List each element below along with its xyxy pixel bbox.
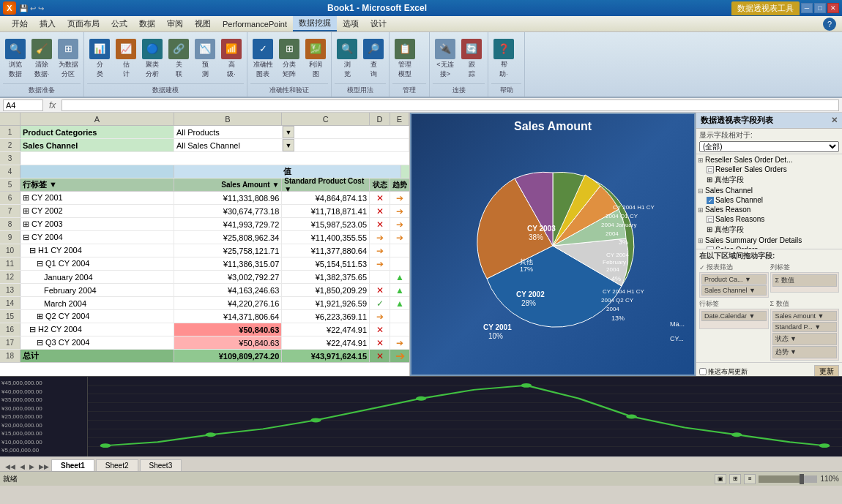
cell-b5[interactable]: Sales Amount ▼ bbox=[174, 178, 283, 191]
row-area[interactable]: Date.Calendar ▼ bbox=[699, 309, 769, 329]
no-connect-button[interactable]: 🔌 <无连接> bbox=[433, 37, 458, 80]
cell-b12[interactable]: ¥3,002,792.27 bbox=[174, 271, 283, 283]
cell-b6[interactable]: ¥11,331,808.96 bbox=[174, 192, 283, 204]
field-item3[interactable]: ⊟ Sales Channel bbox=[698, 186, 841, 195]
view-layout-btn[interactable]: ⊞ bbox=[729, 474, 741, 484]
partition-data-button[interactable]: ⊞ 为数据分区 bbox=[56, 37, 81, 80]
accuracy-chart-button[interactable]: ✓ 准确性图表 bbox=[250, 37, 275, 80]
field-item4[interactable]: ⊞ Sales Reason bbox=[698, 205, 841, 214]
cell-c8[interactable]: ¥15,987,523.05 bbox=[282, 218, 370, 230]
col-E[interactable]: E bbox=[390, 113, 409, 125]
menu-item-formula[interactable]: 公式 bbox=[105, 17, 133, 31]
cell-b11[interactable]: ¥11,386,315.07 bbox=[174, 257, 283, 270]
cell-a10[interactable]: ⊟ H1 CY 2004 bbox=[21, 244, 174, 257]
cell-b8[interactable]: ¥41,993,729.72 bbox=[174, 218, 283, 230]
menu-item-options[interactable]: 选项 bbox=[337, 17, 365, 31]
cell-a4[interactable] bbox=[21, 165, 174, 178]
update-button[interactable]: 更新 bbox=[814, 365, 839, 376]
help-icon[interactable]: ? bbox=[823, 18, 836, 31]
cell-a1[interactable]: Product Categories bbox=[21, 126, 174, 138]
tab-nav-right[interactable]: ▶▶ bbox=[37, 462, 51, 471]
view-page-btn[interactable]: ≡ bbox=[744, 474, 756, 484]
sheet-tab-1[interactable]: Sheet1 bbox=[51, 459, 94, 471]
val-tag-sales[interactable]: Sales Amount ▼ bbox=[772, 311, 838, 321]
cell-a7[interactable]: ⊞ CY 2002 bbox=[21, 205, 174, 217]
cell-b4[interactable]: 值 bbox=[174, 165, 401, 178]
name-box[interactable]: A4 bbox=[3, 99, 43, 111]
view-normal-btn[interactable]: ▣ bbox=[715, 474, 726, 484]
cell-b2-btn[interactable]: ▼ bbox=[283, 139, 294, 151]
trace-button[interactable]: 🔄 跟踪 bbox=[459, 37, 484, 80]
cluster-button[interactable]: 🔵 聚类分析 bbox=[140, 37, 165, 80]
column-area[interactable]: Σ 数值 bbox=[770, 272, 840, 293]
cell-c11[interactable]: ¥5,154,511.53 bbox=[282, 257, 370, 270]
cell-c12[interactable]: ¥1,382,375.65 bbox=[282, 271, 370, 283]
cell-b17[interactable]: ¥50,840.63 bbox=[174, 336, 283, 349]
cell-a15[interactable]: ⊞ Q2 CY 2004 bbox=[21, 310, 174, 323]
menu-item-layout[interactable]: 页面布局 bbox=[62, 17, 105, 31]
cell-b14[interactable]: ¥4,220,276.16 bbox=[174, 297, 283, 309]
cell-b9[interactable]: ¥25,808,962.34 bbox=[174, 231, 283, 244]
menu-item-mining[interactable]: 数据挖掘 bbox=[293, 16, 337, 31]
cell-a14[interactable]: March 2004 bbox=[21, 297, 174, 309]
cell-a2[interactable]: Sales Channel bbox=[21, 139, 174, 151]
cell-a11[interactable]: ⊟ Q1 CY 2004 bbox=[21, 257, 174, 270]
estimate-button[interactable]: 📈 估计 bbox=[113, 37, 138, 80]
cell-c9[interactable]: ¥11,400,355.55 bbox=[282, 231, 370, 244]
col-tag-value[interactable]: Σ 数值 bbox=[772, 274, 838, 287]
cell-c5[interactable]: Standard Product Cost ▼ bbox=[282, 178, 370, 191]
browse-model-button[interactable]: 🔍 浏览 bbox=[335, 37, 359, 80]
minimize-btn[interactable]: ─ bbox=[801, 3, 813, 13]
filter-tag-sales-channel[interactable]: Sales Channel ▼ bbox=[701, 285, 767, 296]
cell-c6[interactable]: ¥4,864,874.13 bbox=[282, 192, 370, 204]
cell-b10[interactable]: ¥25,758,121.71 bbox=[174, 244, 283, 257]
field-item6[interactable]: ⊞ Sales Summary Order Details bbox=[698, 236, 841, 245]
help-button[interactable]: ❓ 帮助· bbox=[491, 37, 516, 80]
tab-nav-next[interactable]: ▶ bbox=[27, 462, 37, 471]
field-subitem[interactable]: □ Reseller Sales Orders bbox=[698, 165, 841, 174]
cell-b15[interactable]: ¥14,371,806.64 bbox=[174, 310, 283, 323]
field-item[interactable]: ⊞ Reseller Sales Order Det... bbox=[698, 155, 841, 165]
menu-item-start[interactable]: 开始 bbox=[6, 17, 34, 31]
val-tag-status[interactable]: 状态 ▼ bbox=[772, 333, 838, 345]
cell-b1[interactable]: All Products bbox=[174, 126, 283, 138]
advanced-button[interactable]: 📶 高级· bbox=[219, 37, 244, 80]
predict-button[interactable]: 📉 预测 bbox=[193, 37, 217, 80]
classify-matrix-button[interactable]: ⊞ 分类矩阵 bbox=[277, 37, 302, 80]
cell-a13[interactable]: February 2004 bbox=[21, 284, 174, 296]
cell-c10[interactable]: ¥11,377,880.64 bbox=[282, 244, 370, 257]
menu-item-pp[interactable]: PerformancePoint bbox=[217, 18, 293, 30]
val-tag-std[interactable]: Standard P... ▼ bbox=[772, 322, 838, 332]
show-fields-select[interactable]: (全部) bbox=[699, 141, 839, 152]
tab-nav-prev[interactable]: ◀ bbox=[18, 462, 27, 471]
manage-model-button[interactable]: 📋 管理模型 bbox=[392, 37, 417, 80]
cell-c14[interactable]: ¥1,921,926.59 bbox=[282, 297, 370, 309]
values-area[interactable]: Sales Amount ▼ Standard P... ▼ 状态 ▼ 趋势 ▼ bbox=[770, 309, 840, 361]
cell-d5[interactable]: 状态 bbox=[370, 178, 390, 191]
cell-b7[interactable]: ¥30,674,773.18 bbox=[174, 205, 283, 217]
menu-item-insert[interactable]: 插入 bbox=[34, 17, 62, 31]
cell-b1-btn[interactable]: ▼ bbox=[283, 126, 294, 138]
cell-a18[interactable]: 总计 bbox=[21, 350, 174, 362]
tab-nav-left[interactable]: ◀◀ bbox=[3, 462, 18, 471]
clear-data-button[interactable]: 🧹 清除数据· bbox=[29, 37, 54, 80]
formula-input[interactable] bbox=[62, 99, 839, 111]
field-item5[interactable]: ⊞ 真他字段 bbox=[698, 224, 841, 236]
col-D[interactable]: D bbox=[370, 113, 390, 125]
col-C[interactable]: C bbox=[282, 113, 370, 125]
sheet-tab-2[interactable]: Sheet2 bbox=[96, 459, 138, 471]
cell-a9[interactable]: ⊟ CY 2004 bbox=[21, 231, 174, 244]
cell-a16[interactable]: ⊟ H2 CY 2004 bbox=[21, 323, 174, 336]
panel-close-icon[interactable]: ✕ bbox=[831, 116, 838, 125]
menu-item-review[interactable]: 审阅 bbox=[161, 17, 189, 31]
cell-a5[interactable]: 行标签 ▼ bbox=[21, 178, 174, 191]
cell-c13[interactable]: ¥1,850,209.29 bbox=[282, 284, 370, 296]
maximize-btn[interactable]: □ bbox=[814, 3, 826, 13]
cell-c16[interactable]: ¥22,474.91 bbox=[282, 323, 370, 336]
menu-item-data[interactable]: 数据 bbox=[133, 17, 161, 31]
cell-c18[interactable]: ¥43,971,624.15 bbox=[282, 350, 370, 362]
col-B[interactable]: B bbox=[174, 113, 283, 125]
row-tag-date[interactable]: Date.Calendar ▼ bbox=[701, 311, 767, 321]
menu-item-design[interactable]: 设计 bbox=[365, 17, 392, 31]
cell-b18[interactable]: ¥109,809,274.20 bbox=[174, 350, 283, 362]
